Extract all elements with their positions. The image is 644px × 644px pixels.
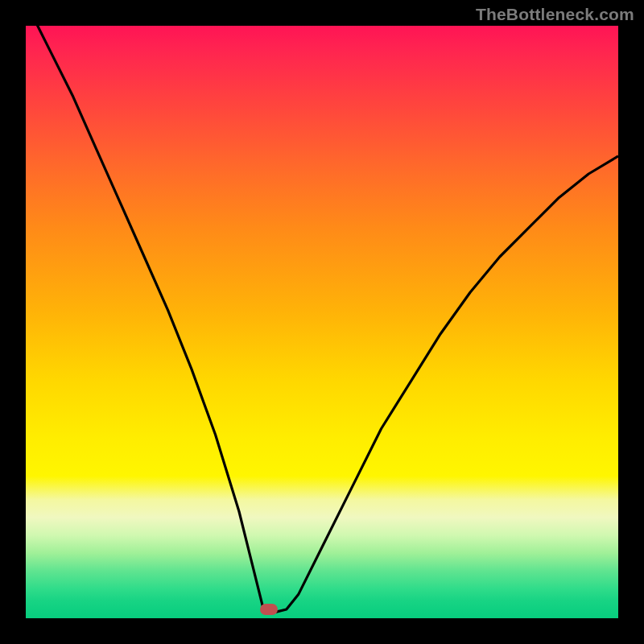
watermark-text: TheBottleneck.com [476,5,634,24]
optimal-marker [260,604,278,615]
bottleneck-curve-path [26,26,618,613]
chart-frame: TheBottleneck.com [0,0,644,644]
plot-area [26,26,618,618]
bottleneck-curve-svg [26,26,618,618]
